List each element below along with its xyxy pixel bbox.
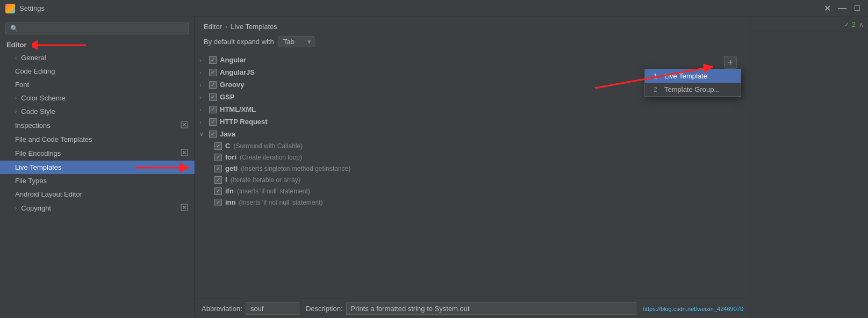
abbreviation-input[interactable] <box>246 302 299 315</box>
sidebar-item-label: General <box>21 54 46 62</box>
search-input[interactable] <box>21 25 184 32</box>
add-button[interactable]: + <box>724 56 737 69</box>
sidebar-item-color-scheme[interactable]: › Color Scheme <box>0 91 195 105</box>
main-layout: 🔍 Editor › General <box>0 17 868 318</box>
template-item-fori[interactable]: fori (Create iteration loop) <box>195 151 750 163</box>
inn-checkbox[interactable] <box>214 199 222 206</box>
description-field: Description: <box>306 302 636 315</box>
template-list-wrapper: + 1 Live Template 2 Templat <box>195 52 750 299</box>
sidebar-item-label: File Encodings <box>15 149 61 157</box>
sidebar-item-label: Live Templates <box>15 163 61 171</box>
chevron-down-icon: ∨ <box>199 131 206 138</box>
toolbar-row: By default expand with Tab Enter Space <box>195 34 750 52</box>
expand-select[interactable]: Tab Enter Space <box>278 36 314 47</box>
template-group-angular[interactable]: › Angular <box>195 54 750 66</box>
template-abbr: ifn <box>225 187 234 195</box>
group-name: HTML/XML <box>220 105 256 113</box>
template-item-c[interactable]: C (Surround with Callable) <box>195 140 750 151</box>
url-link[interactable]: https://blog.csdn.net/weixin_42469070 <box>643 306 743 312</box>
angularjs-checkbox[interactable] <box>209 69 217 76</box>
right-panel: ✓ 2 ∧ <box>750 17 868 318</box>
dropdown-item-template-group[interactable]: 2 Template Group... <box>645 83 741 96</box>
collapse-button[interactable]: ∧ <box>859 21 864 28</box>
description-input[interactable] <box>346 302 636 315</box>
http-request-checkbox[interactable] <box>209 118 217 126</box>
template-abbr: fori <box>225 153 236 161</box>
check-icon: ✓ <box>844 20 850 28</box>
sidebar-item-copyright[interactable]: › Copyright <box>0 201 195 215</box>
html-xml-checkbox[interactable] <box>209 106 217 113</box>
template-desc: (Create iteration loop) <box>240 154 302 161</box>
minimize-button[interactable]: — <box>837 3 848 13</box>
dropdown-item-label: Template Group... <box>664 85 720 93</box>
breadcrumb-editor: Editor <box>204 23 222 31</box>
expand-select-wrapper[interactable]: Tab Enter Space <box>278 36 314 47</box>
template-abbr: I <box>225 176 227 184</box>
sidebar-item-label: Copyright <box>21 204 51 212</box>
dropdown-item-num: 1 <box>654 73 660 80</box>
fori-checkbox[interactable] <box>214 154 222 161</box>
sidebar: 🔍 Editor › General <box>0 17 195 318</box>
breadcrumb: Editor › Live Templates <box>195 17 750 34</box>
geti-checkbox[interactable] <box>214 165 222 172</box>
window-controls: ✕ — □ <box>822 3 863 13</box>
title-bar: Settings ✕ — □ <box>0 0 868 17</box>
description-label: Description: <box>306 305 343 313</box>
c-checkbox[interactable] <box>214 142 222 150</box>
template-group-java[interactable]: ∨ Java <box>195 128 750 140</box>
group-name: AngularJS <box>220 68 255 76</box>
template-desc: (Inserts 'if not null' statement) <box>239 199 323 206</box>
template-item-inn[interactable]: inn (Inserts 'if not null' statement) <box>195 197 750 208</box>
sidebar-item-label: Code Editing <box>15 67 55 75</box>
template-group-http-request[interactable]: › HTTP Request <box>195 115 750 128</box>
chevron-right-icon: › <box>199 106 206 113</box>
check-number: 2 <box>852 20 856 28</box>
sidebar-item-general[interactable]: › General <box>0 51 195 64</box>
chevron-right-icon: › <box>15 55 17 61</box>
sidebar-item-font[interactable]: Font <box>0 78 195 91</box>
editor-section: Editor <box>0 39 195 51</box>
template-abbr: geti <box>225 164 238 172</box>
i-checkbox[interactable] <box>214 176 222 184</box>
right-panel-top: ✓ 2 ∧ <box>750 17 868 32</box>
template-desc: (Surround with Callable) <box>233 142 303 150</box>
angular-checkbox[interactable] <box>209 56 217 64</box>
app-logo <box>5 4 15 13</box>
add-dropdown: 1 Live Template 2 Template Group... <box>644 69 741 97</box>
sidebar-item-code-style[interactable]: › Code Style <box>0 105 195 118</box>
template-item-i[interactable]: I (Iterate Iterable or array) <box>195 174 750 185</box>
java-checkbox[interactable] <box>209 131 217 138</box>
search-box[interactable]: 🔍 <box>5 23 189 34</box>
window-title: Settings <box>19 4 822 12</box>
check-count: ✓ 2 <box>844 20 856 28</box>
search-icon: 🔍 <box>10 25 18 32</box>
sidebar-item-file-types[interactable]: File Types <box>0 174 195 187</box>
sidebar-item-file-encodings[interactable]: File Encodings <box>0 146 195 161</box>
sidebar-item-live-templates[interactable]: Live Templates <box>0 161 195 174</box>
sidebar-item-android-layout-editor[interactable]: Android Layout Editor <box>0 187 195 201</box>
group-name: Java <box>220 130 235 138</box>
maximize-button[interactable]: □ <box>852 3 863 13</box>
abbreviation-field: Abbreviation: <box>202 302 299 315</box>
chevron-right-icon: › <box>15 109 17 114</box>
sidebar-item-code-editing[interactable]: Code Editing <box>0 64 195 78</box>
groovy-checkbox[interactable] <box>209 81 217 89</box>
sidebar-item-label: Inspections <box>15 121 51 129</box>
chevron-right-icon: › <box>15 205 17 211</box>
copyright-icon <box>181 204 188 213</box>
template-group-html-xml[interactable]: › HTML/XML <box>195 103 750 115</box>
sidebar-item-file-code-templates[interactable]: File and Code Templates <box>0 133 195 146</box>
template-desc: (Iterate Iterable or array) <box>231 176 300 184</box>
sidebar-item-label: Android Layout Editor <box>15 190 82 198</box>
template-item-ifn[interactable]: ifn (Inserts 'if null' statement) <box>195 185 750 197</box>
sidebar-item-label: Font <box>15 81 29 89</box>
close-button[interactable]: ✕ <box>822 3 833 13</box>
sidebar-item-label: Code Style <box>21 107 55 115</box>
dropdown-item-live-template[interactable]: 1 Live Template <box>645 69 741 83</box>
ifn-checkbox[interactable] <box>214 187 222 195</box>
template-item-geti[interactable]: geti (Inserts singleton method getInstan… <box>195 163 750 174</box>
gsp-checkbox[interactable] <box>209 93 217 101</box>
sidebar-item-label: Color Scheme <box>21 94 65 102</box>
sidebar-item-inspections[interactable]: Inspections <box>0 118 195 133</box>
chevron-right-icon: › <box>199 119 206 125</box>
